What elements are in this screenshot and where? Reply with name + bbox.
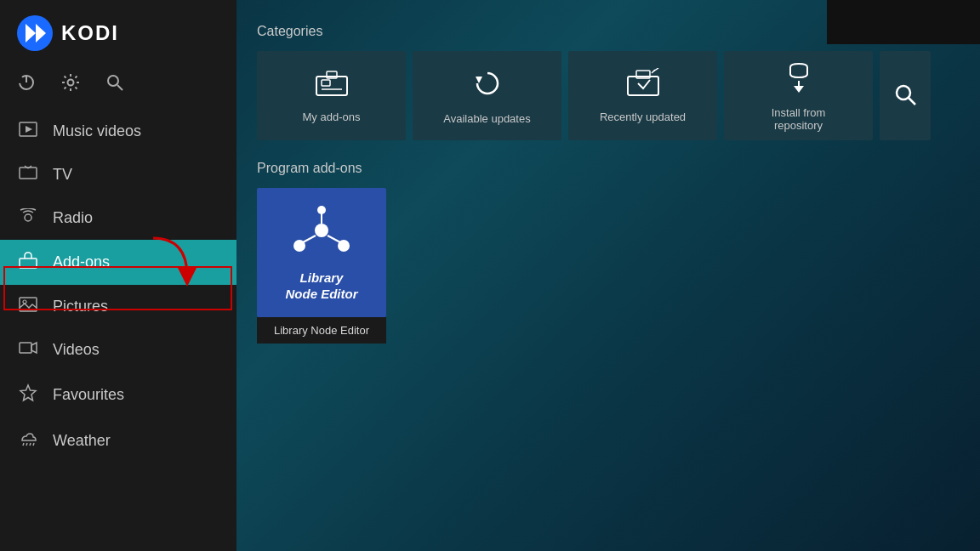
- svg-line-44: [328, 236, 340, 242]
- svg-point-6: [108, 76, 118, 86]
- sidebar-item-weather[interactable]: Weather: [0, 418, 236, 463]
- svg-point-42: [317, 206, 326, 214]
- sidebar-item-label: Videos: [53, 341, 100, 359]
- sidebar-item-label: Pictures: [53, 298, 108, 315]
- search-icon[interactable]: [105, 73, 124, 96]
- sidebar-item-label: Radio: [53, 209, 93, 227]
- sidebar-item-label: Add-ons: [53, 253, 110, 271]
- addon-tile-library-node-editor[interactable]: LibraryNode Editor Library Node Editor: [257, 188, 386, 344]
- svg-rect-17: [20, 343, 31, 353]
- svg-line-21: [26, 443, 27, 446]
- sidebar-item-add-ons[interactable]: Add-ons: [0, 240, 236, 285]
- sidebar-item-label: Favourites: [53, 386, 124, 404]
- sidebar-item-label: Music videos: [53, 122, 141, 140]
- add-ons-icon: [17, 252, 39, 273]
- program-addons-title: Program add-ons: [257, 161, 960, 176]
- favourites-icon: [17, 383, 39, 406]
- svg-point-36: [897, 86, 910, 99]
- weather-icon: [17, 430, 39, 452]
- svg-line-20: [23, 443, 24, 446]
- svg-marker-29: [476, 77, 482, 83]
- my-addons-icon: [315, 68, 349, 102]
- sidebar-item-label: Weather: [53, 432, 111, 450]
- svg-marker-9: [26, 126, 32, 133]
- svg-marker-18: [31, 343, 37, 353]
- main-content: Categories My add-ons Avail: [236, 0, 980, 551]
- sidebar-item-pictures[interactable]: Pictures: [0, 285, 236, 328]
- power-icon[interactable]: [17, 73, 36, 96]
- addon-tile-label: Library Node Editor: [257, 317, 386, 344]
- sidebar-item-music-videos[interactable]: Music videos: [0, 110, 236, 153]
- svg-rect-14: [20, 258, 37, 268]
- program-addons-grid: LibraryNode Editor Library Node Editor: [257, 188, 960, 344]
- svg-point-38: [315, 224, 328, 237]
- svg-marker-19: [20, 385, 36, 400]
- svg-point-5: [68, 80, 74, 86]
- pictures-icon: [17, 297, 39, 316]
- radio-icon: [17, 208, 39, 228]
- categories-grid: My add-ons Available updates: [257, 51, 960, 140]
- app-title: KODI: [61, 21, 119, 45]
- svg-line-23: [33, 443, 34, 446]
- svg-rect-26: [322, 80, 330, 86]
- settings-icon[interactable]: [61, 73, 80, 96]
- svg-line-7: [117, 85, 122, 90]
- videos-icon: [17, 340, 39, 360]
- sidebar-header: KODI: [0, 0, 236, 66]
- sidebar-item-label: TV: [53, 166, 72, 184]
- category-tile-my-addons[interactable]: My add-ons: [257, 51, 406, 140]
- sidebar-nav: Music videos TV Radio: [0, 110, 236, 551]
- category-tile-recently-updated[interactable]: Recently updated: [568, 51, 717, 140]
- category-tile-search[interactable]: [880, 51, 931, 140]
- svg-rect-25: [316, 77, 347, 95]
- svg-rect-15: [20, 298, 37, 311]
- sidebar-item-tv[interactable]: TV: [0, 153, 236, 196]
- search-category-icon: [892, 82, 918, 111]
- category-tile-label: Install from repository: [772, 106, 826, 132]
- category-tile-label: Available updates: [443, 112, 530, 125]
- svg-line-43: [303, 236, 316, 242]
- svg-point-13: [25, 214, 31, 221]
- category-tile-label: Recently updated: [600, 111, 686, 123]
- library-node-editor-icon: [288, 203, 356, 263]
- svg-line-22: [30, 443, 31, 446]
- recently-updated-icon: [626, 68, 660, 102]
- svg-line-33: [652, 70, 655, 73]
- svg-marker-35: [794, 86, 804, 93]
- category-tile-install-from-repository[interactable]: Install from repository: [724, 51, 873, 140]
- category-tile-label: My add-ons: [303, 111, 361, 123]
- install-from-repository-icon: [782, 60, 816, 98]
- svg-line-37: [909, 98, 915, 105]
- sidebar-item-favourites[interactable]: Favourites: [0, 372, 236, 418]
- available-updates-icon: [470, 66, 504, 104]
- tv-icon: [17, 165, 39, 185]
- category-tile-available-updates[interactable]: Available updates: [413, 51, 561, 140]
- sidebar: KODI: [0, 0, 236, 551]
- top-right-bar: [827, 0, 980, 44]
- svg-rect-10: [20, 168, 37, 179]
- kodi-logo-icon: [17, 15, 53, 51]
- sidebar-item-videos[interactable]: Videos: [0, 328, 236, 372]
- library-node-editor-title: LibraryNode Editor: [286, 270, 358, 303]
- addon-tile-image: LibraryNode Editor: [257, 188, 386, 317]
- music-videos-icon: [17, 122, 39, 141]
- sidebar-controls: [0, 66, 236, 110]
- sidebar-item-radio[interactable]: Radio: [0, 196, 236, 240]
- svg-rect-30: [628, 77, 658, 95]
